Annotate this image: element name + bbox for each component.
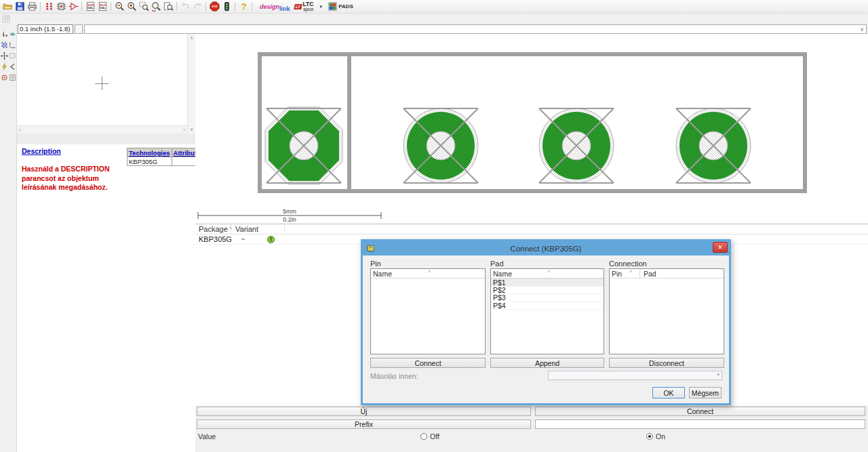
zoom-in-button[interactable]	[125, 1, 138, 13]
dialog-titlebar[interactable]: Connect (KBP305G) ✕	[363, 241, 729, 255]
zoom-out-button[interactable]	[113, 1, 125, 13]
toolbar-separator	[176, 2, 177, 11]
description-link[interactable]: Description	[22, 147, 61, 155]
connection-pin-column-header[interactable]: Pin ∧	[612, 269, 640, 278]
variant-column-header[interactable]: Variant	[231, 224, 285, 234]
technologies-table: Technologies Attributes KBP305G	[127, 148, 205, 166]
connect-pins-button[interactable]: Connect	[370, 358, 486, 368]
pad-list-item[interactable]: P$4	[491, 302, 604, 310]
append-button[interactable]: Append	[490, 358, 604, 368]
pin-list-header[interactable]: Name ∧	[371, 269, 485, 279]
select-button[interactable]	[8, 52, 16, 60]
sort-asc-icon: ∧	[629, 268, 632, 273]
cancel-button[interactable]: Mégsem	[689, 387, 722, 398]
zoom-full-button[interactable]	[150, 1, 162, 13]
technologies-header[interactable]: Technologies	[127, 148, 172, 157]
toolbar-handle-icon[interactable]	[1, 14, 11, 24]
description-warning-text: Használd a DESCRIPTION parancsot az obje…	[22, 165, 129, 192]
pad-list[interactable]: Name ∧ P$1P$2P$3P$4	[490, 268, 604, 354]
pads-logo[interactable]: PADS	[328, 2, 353, 11]
technology-cell[interactable]: KBP305G	[127, 157, 172, 166]
value-on-radio[interactable]: On	[646, 432, 665, 441]
pad-list-item[interactable]: P$2	[491, 287, 604, 295]
vertex-button[interactable]	[8, 62, 16, 70]
move-button[interactable]	[0, 52, 8, 60]
online-drc-button[interactable]	[220, 1, 233, 13]
pin-list-body[interactable]	[371, 279, 485, 354]
prefix-button[interactable]: Prefix	[197, 419, 531, 429]
preview-horizontal-scrollbar[interactable]: ‹ ›	[17, 125, 187, 133]
help-button[interactable]	[237, 1, 250, 13]
doc-symbol-button[interactable]	[8, 73, 16, 81]
package-table-header: Package ∧ Variant	[195, 224, 868, 234]
pin-list[interactable]: Name ∧	[370, 268, 486, 354]
ltspice-logo[interactable]: LT LTCspice	[294, 1, 314, 12]
radio-off-icon[interactable]	[420, 433, 427, 440]
scale-bar: 5mm 0.2in	[198, 208, 381, 223]
grid-style-button[interactable]	[0, 41, 8, 49]
measure-button[interactable]	[8, 41, 16, 49]
view-toggle-button[interactable]	[8, 30, 16, 38]
new-button[interactable]: Új	[197, 407, 531, 416]
designlink-logo[interactable]: designlink	[260, 3, 290, 10]
scroll-up-icon[interactable]: ∧	[190, 35, 193, 41]
variant-cell: ~	[237, 235, 267, 243]
disconnect-button[interactable]: Disconnect	[609, 358, 724, 368]
pad-list-item[interactable]: P$3	[491, 294, 604, 302]
undo-button[interactable]	[179, 1, 191, 13]
sdr-library-button[interactable]	[84, 1, 96, 13]
value-row: Value Off On	[195, 432, 868, 441]
print-button[interactable]	[26, 1, 38, 13]
command-combobox[interactable]: ∨	[84, 24, 867, 34]
connection-pad-column-header[interactable]: Pad	[640, 270, 656, 278]
symbol-preview-pane[interactable]	[17, 34, 187, 125]
component-tool-button[interactable]	[43, 1, 55, 13]
wlf-library-button[interactable]	[96, 1, 108, 13]
sort-asc-icon: ∧	[428, 268, 431, 273]
ltspice-dropdown-icon[interactable]: ▼	[319, 5, 323, 9]
table-row[interactable]: KBP305G	[127, 157, 205, 166]
pad-list-body[interactable]: P$1P$2P$3P$4	[491, 279, 604, 354]
prefix-value-field[interactable]	[535, 419, 865, 429]
connection-list-header[interactable]: Pin ∧ Pad	[610, 269, 724, 279]
pad-list-item[interactable]: P$1	[491, 279, 604, 287]
open-button[interactable]	[1, 1, 14, 13]
toolbar-separator	[111, 2, 111, 11]
scroll-left-icon[interactable]: ‹	[19, 127, 21, 133]
close-button[interactable]: ✕	[713, 242, 728, 253]
dropdown-arrow-icon[interactable]: ▾	[717, 372, 719, 377]
pin-section-label: Pin	[370, 260, 381, 268]
autoroute-button[interactable]	[0, 62, 8, 70]
value-off-radio[interactable]: Off	[420, 432, 439, 441]
gate-tool-button[interactable]	[67, 1, 79, 13]
pad-list-header[interactable]: Name ∧	[491, 269, 604, 279]
zoom-window-button[interactable]	[138, 1, 150, 13]
value-label: Value	[198, 432, 216, 440]
ic-tool-button[interactable]	[55, 1, 67, 13]
footprint-preview: 5mm 0.2in	[195, 34, 868, 224]
pad-section-label: Pad	[490, 260, 504, 268]
toolbar-separator	[40, 2, 41, 11]
scroll-down-icon[interactable]: ∨	[190, 127, 193, 132]
connect-button[interactable]: Connect	[535, 407, 865, 416]
component-info-button[interactable]	[0, 30, 8, 38]
scroll-right-icon[interactable]: ›	[183, 127, 185, 133]
stop-button[interactable]	[208, 1, 220, 13]
package-column-header[interactable]: Package ∧	[195, 224, 231, 234]
status-row: 0.1 inch (1.5 -1.8) ∨	[18, 24, 867, 34]
redo-button[interactable]	[191, 1, 203, 13]
toolbar-separator	[235, 2, 235, 11]
save-button[interactable]	[14, 1, 26, 13]
footprint-canvas[interactable]: 5mm 0.2in	[195, 34, 868, 224]
toolbar-separator	[81, 2, 82, 11]
connection-list-body[interactable]	[610, 279, 724, 354]
preview-vertical-scrollbar[interactable]: ∧ ∨	[187, 34, 195, 133]
radio-on-icon[interactable]	[646, 433, 653, 440]
copy-from-label: Másolás innen:	[370, 372, 418, 380]
zoom-page-button[interactable]	[162, 1, 174, 13]
ok-button[interactable]: OK	[652, 387, 685, 398]
copy-from-dropdown[interactable]: ▾	[548, 371, 722, 380]
connection-list[interactable]: Pin ∧ Pad	[609, 268, 724, 354]
pad-style-button[interactable]	[0, 73, 8, 81]
combobox-arrow-icon[interactable]: ∨	[860, 25, 864, 34]
